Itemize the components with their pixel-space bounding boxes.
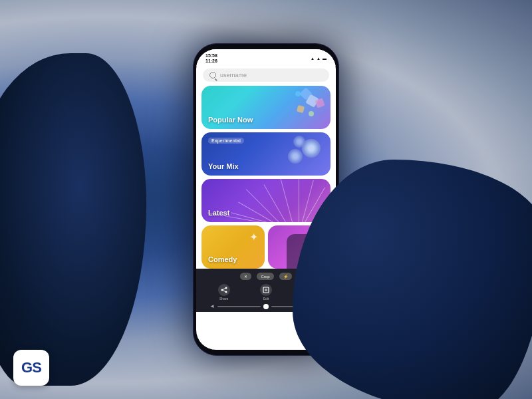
edit-label: Edit — [263, 297, 269, 301]
card-comedy[interactable]: Comedy ✦ — [201, 225, 265, 269]
toolbar-badge-flash[interactable]: ⚡ — [279, 273, 292, 280]
gs-logo-text: GS — [21, 359, 41, 376]
card-latest-label: Latest — [208, 209, 229, 217]
slider-left-arrow: ◄ — [209, 303, 215, 309]
toolbar-badge-crop[interactable]: Crop — [257, 273, 273, 280]
hand-right-silhouette — [293, 160, 532, 399]
card-popular-now-label: Popular Now — [208, 116, 253, 124]
card-your-mix-sublabel: Experimental — [208, 138, 244, 144]
share-label: Share — [219, 297, 228, 301]
gs-logo: GS — [13, 350, 49, 386]
status-time: 15:58 11:26 — [205, 53, 217, 63]
svg-line-4 — [222, 290, 226, 292]
battery-icon: ▬ — [323, 57, 327, 61]
signal-icon: ▲ — [311, 57, 315, 61]
close-icon: ✕ — [244, 274, 247, 279]
card-your-mix[interactable]: Experimental Your Mix — [201, 132, 331, 176]
toolbar-share-button[interactable]: Share — [218, 284, 230, 301]
search-icon — [209, 72, 216, 78]
card-popular-now[interactable]: Popular Now — [201, 86, 331, 129]
share-icon — [218, 284, 230, 296]
crop-label: Crop — [261, 275, 269, 279]
toolbar-badge-close[interactable]: ✕ — [240, 273, 251, 280]
toolbar-edit-button[interactable]: Edit — [260, 284, 272, 301]
slider-thumb[interactable] — [263, 304, 269, 309]
search-bar[interactable]: username — [203, 68, 329, 82]
card-your-mix-label: Your Mix — [208, 162, 239, 170]
slider-track-left — [217, 306, 261, 307]
wifi-icon: ▲ — [317, 57, 321, 61]
card-comedy-label: Comedy — [208, 255, 237, 263]
card-latest[interactable]: Latest — [201, 179, 331, 222]
svg-rect-5 — [263, 287, 269, 293]
svg-line-3 — [222, 288, 226, 290]
flash-icon: ⚡ — [283, 274, 288, 279]
status-bar: 15:58 11:26 ▲ ▲ ▬ — [196, 49, 336, 66]
status-icons: ▲ ▲ ▬ — [311, 57, 327, 61]
edit-icon — [260, 284, 272, 296]
search-placeholder: username — [220, 72, 247, 78]
